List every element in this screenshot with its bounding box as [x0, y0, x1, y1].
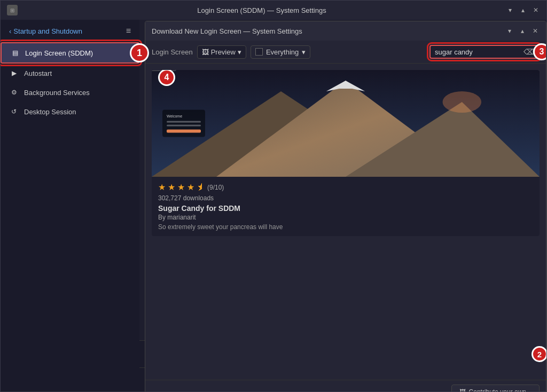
- mountain-svg: [152, 70, 540, 177]
- desktop-session-icon: ↺: [9, 107, 19, 116]
- sidebar-item-bg-services-label: Background Services: [24, 89, 90, 97]
- contribute-button[interactable]: 🖼 Contribute your own...: [451, 385, 540, 391]
- sidebar-header: ‹ Startup and Shutdown ≡: [1, 20, 139, 42]
- toolbar-label: Login Screen: [152, 48, 193, 56]
- theme-info: ★ ★ ★ ★ ⯨ (9/10) 302,727 downloads Sugar…: [152, 177, 540, 236]
- dialog-maximize-button[interactable]: ▴: [518, 27, 527, 35]
- sidebar-item-desktop-session-label: Desktop Session: [24, 108, 76, 116]
- everything-label: Everything: [266, 48, 299, 56]
- window-controls: ▾ ▴ ✕: [506, 6, 540, 14]
- preview-login-form: Welcome: [162, 110, 205, 137]
- sidebar-item-background-services[interactable]: ⚙ Background Services: [1, 83, 139, 102]
- theme-preview: Welcome ⬇ Install: [152, 70, 540, 177]
- preview-login-btn: [167, 130, 201, 133]
- dialog-toolbar: Login Screen 🖼 Preview ▾ Everything ▾: [145, 41, 546, 64]
- main-window: ⊞ Login Screen (SDDM) — System Settings …: [0, 0, 547, 392]
- dialog-footer: 🖼 Contribute your own...: [145, 380, 546, 391]
- star-1: ★: [158, 182, 166, 192]
- theme-card: Welcome ⬇ Install: [152, 70, 540, 236]
- search-box[interactable]: ⌫ 3: [429, 45, 540, 59]
- downloads-text: 302,727 downloads: [158, 194, 533, 202]
- search-input[interactable]: [435, 48, 520, 56]
- dialog-close-button[interactable]: ✕: [531, 27, 540, 35]
- star-3: ★: [177, 182, 185, 192]
- theme-description: So extremely sweet your pancreas will ha…: [158, 223, 533, 231]
- theme-stars: ★ ★ ★ ★ ⯨ (9/10): [158, 182, 533, 192]
- star-2: ★: [168, 182, 175, 192]
- app-icon: ⊞: [7, 5, 18, 15]
- dialog-minimize-button[interactable]: ▾: [505, 27, 514, 35]
- dialog-title: Download New Login Screen — System Setti…: [152, 27, 302, 35]
- contribute-label: Contribute your own...: [469, 388, 532, 391]
- sidebar-item-autostart[interactable]: ▶ Autostart: [1, 64, 139, 83]
- dialog-title-bar: Download New Login Screen — System Setti…: [145, 21, 546, 41]
- bg-services-icon: ⚙: [9, 88, 19, 97]
- sidebar-item-autostart-label: Autostart: [24, 69, 52, 77]
- preview-welcome-text: Welcome: [167, 114, 201, 118]
- sidebar-item-login-label: Login Screen (SDDM): [25, 49, 93, 57]
- autostart-icon: ▶: [9, 68, 19, 78]
- search-clear-button[interactable]: ⌫: [523, 48, 534, 56]
- svg-point-5: [443, 91, 482, 113]
- login-screen-icon: ▤: [10, 48, 20, 58]
- preview-line-1: [167, 121, 201, 123]
- download-dialog: Download New Login Screen — System Setti…: [145, 21, 546, 391]
- title-bar: ⊞ Login Screen (SDDM) — System Settings …: [1, 1, 546, 20]
- preview-chevron-icon: ▾: [238, 48, 241, 56]
- preview-line-2: [167, 125, 201, 127]
- rating-text: (9/10): [207, 184, 224, 191]
- close-button[interactable]: ✕: [532, 6, 540, 14]
- theme-name: Sugar Candy for SDDM: [158, 204, 533, 213]
- dialog-controls: ▾ ▴ ✕: [505, 27, 540, 35]
- contribute-icon: 🖼: [459, 388, 466, 391]
- back-arrow-icon: ‹: [9, 27, 11, 35]
- back-label: Startup and Shutdown: [13, 27, 82, 35]
- main-content: ‹ Startup and Shutdown ≡ ▤ Login Screen …: [1, 20, 546, 391]
- everything-checkbox[interactable]: [255, 48, 263, 56]
- preview-icon: 🖼: [202, 48, 209, 56]
- minimize-button[interactable]: ▾: [506, 6, 514, 14]
- sidebar-item-desktop-session[interactable]: ↺ Desktop Session: [1, 102, 139, 121]
- maximize-button[interactable]: ▴: [519, 6, 527, 14]
- sidebar: ‹ Startup and Shutdown ≡ ▤ Login Screen …: [1, 20, 139, 391]
- right-panel: Login Screen (SDDM) Download New Login S…: [139, 20, 546, 391]
- everything-chevron-icon: ▾: [302, 48, 306, 56]
- sidebar-item-login-screen[interactable]: ▤ Login Screen (SDDM) 1: [1, 42, 139, 64]
- star-4: ★: [187, 182, 194, 192]
- preview-label: Preview: [211, 48, 236, 56]
- badge-3: 3: [533, 43, 546, 60]
- star-half: ⯨: [197, 183, 205, 192]
- install-button[interactable]: ⬇ Install: [152, 70, 176, 71]
- theme-author: By marianarit: [158, 214, 533, 221]
- dialog-content[interactable]: Welcome ⬇ Install: [145, 64, 546, 380]
- preview-dropdown[interactable]: 🖼 Preview ▾: [197, 45, 246, 59]
- everything-checkbox-group[interactable]: Everything ▾: [251, 45, 310, 59]
- window-title: Login Screen (SDDM) — System Settings: [18, 6, 506, 14]
- panel-body: Download New Login Screen — System Setti…: [139, 45, 546, 340]
- back-button[interactable]: ‹ Startup and Shutdown: [9, 27, 82, 35]
- menu-button[interactable]: ≡: [126, 26, 131, 36]
